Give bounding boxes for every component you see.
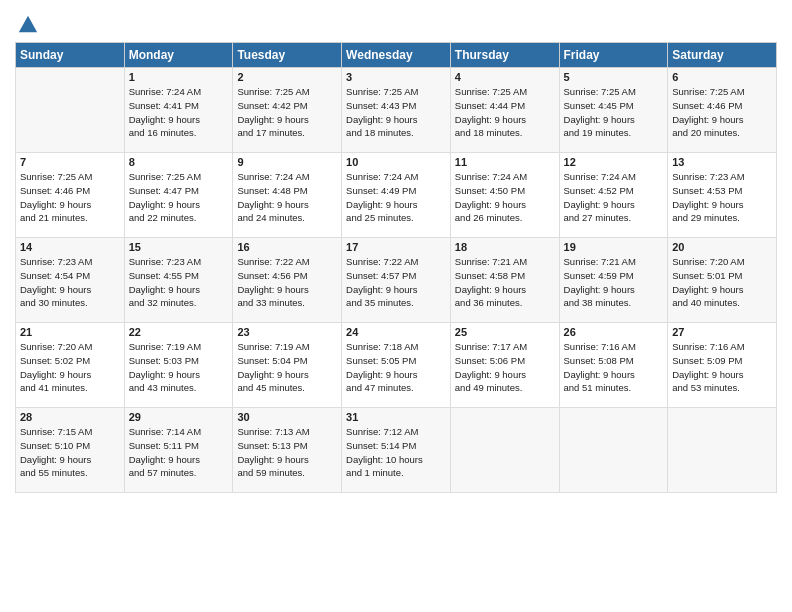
calendar-cell <box>559 408 668 493</box>
day-info: Sunrise: 7:16 AM Sunset: 5:09 PM Dayligh… <box>672 340 772 395</box>
day-number: 20 <box>672 241 772 253</box>
day-number: 8 <box>129 156 229 168</box>
day-number: 19 <box>564 241 664 253</box>
day-number: 1 <box>129 71 229 83</box>
week-row-4: 28Sunrise: 7:15 AM Sunset: 5:10 PM Dayli… <box>16 408 777 493</box>
page-container: SundayMondayTuesdayWednesdayThursdayFrid… <box>0 0 792 503</box>
calendar-cell: 10Sunrise: 7:24 AM Sunset: 4:49 PM Dayli… <box>342 153 451 238</box>
calendar-cell <box>668 408 777 493</box>
day-number: 16 <box>237 241 337 253</box>
day-number: 12 <box>564 156 664 168</box>
day-info: Sunrise: 7:21 AM Sunset: 4:58 PM Dayligh… <box>455 255 555 310</box>
calendar-cell: 8Sunrise: 7:25 AM Sunset: 4:47 PM Daylig… <box>124 153 233 238</box>
day-number: 25 <box>455 326 555 338</box>
day-info: Sunrise: 7:25 AM Sunset: 4:46 PM Dayligh… <box>672 85 772 140</box>
calendar-cell: 30Sunrise: 7:13 AM Sunset: 5:13 PM Dayli… <box>233 408 342 493</box>
week-row-0: 1Sunrise: 7:24 AM Sunset: 4:41 PM Daylig… <box>16 68 777 153</box>
day-info: Sunrise: 7:20 AM Sunset: 5:02 PM Dayligh… <box>20 340 120 395</box>
day-info: Sunrise: 7:16 AM Sunset: 5:08 PM Dayligh… <box>564 340 664 395</box>
calendar-cell: 2Sunrise: 7:25 AM Sunset: 4:42 PM Daylig… <box>233 68 342 153</box>
day-number: 27 <box>672 326 772 338</box>
day-info: Sunrise: 7:25 AM Sunset: 4:42 PM Dayligh… <box>237 85 337 140</box>
calendar-cell: 5Sunrise: 7:25 AM Sunset: 4:45 PM Daylig… <box>559 68 668 153</box>
day-header-monday: Monday <box>124 43 233 68</box>
day-info: Sunrise: 7:24 AM Sunset: 4:50 PM Dayligh… <box>455 170 555 225</box>
calendar-cell: 23Sunrise: 7:19 AM Sunset: 5:04 PM Dayli… <box>233 323 342 408</box>
calendar-cell: 1Sunrise: 7:24 AM Sunset: 4:41 PM Daylig… <box>124 68 233 153</box>
calendar-cell: 27Sunrise: 7:16 AM Sunset: 5:09 PM Dayli… <box>668 323 777 408</box>
day-number: 3 <box>346 71 446 83</box>
calendar-cell: 24Sunrise: 7:18 AM Sunset: 5:05 PM Dayli… <box>342 323 451 408</box>
calendar-cell: 17Sunrise: 7:22 AM Sunset: 4:57 PM Dayli… <box>342 238 451 323</box>
calendar-cell: 18Sunrise: 7:21 AM Sunset: 4:58 PM Dayli… <box>450 238 559 323</box>
calendar-cell: 20Sunrise: 7:20 AM Sunset: 5:01 PM Dayli… <box>668 238 777 323</box>
day-number: 4 <box>455 71 555 83</box>
calendar-cell: 31Sunrise: 7:12 AM Sunset: 5:14 PM Dayli… <box>342 408 451 493</box>
day-number: 6 <box>672 71 772 83</box>
day-info: Sunrise: 7:13 AM Sunset: 5:13 PM Dayligh… <box>237 425 337 480</box>
week-row-1: 7Sunrise: 7:25 AM Sunset: 4:46 PM Daylig… <box>16 153 777 238</box>
day-number: 13 <box>672 156 772 168</box>
calendar-cell: 19Sunrise: 7:21 AM Sunset: 4:59 PM Dayli… <box>559 238 668 323</box>
day-number: 26 <box>564 326 664 338</box>
day-header-wednesday: Wednesday <box>342 43 451 68</box>
day-number: 7 <box>20 156 120 168</box>
day-number: 10 <box>346 156 446 168</box>
calendar-cell: 11Sunrise: 7:24 AM Sunset: 4:50 PM Dayli… <box>450 153 559 238</box>
calendar-cell: 21Sunrise: 7:20 AM Sunset: 5:02 PM Dayli… <box>16 323 125 408</box>
calendar-cell: 28Sunrise: 7:15 AM Sunset: 5:10 PM Dayli… <box>16 408 125 493</box>
day-info: Sunrise: 7:23 AM Sunset: 4:53 PM Dayligh… <box>672 170 772 225</box>
logo-icon <box>17 14 39 36</box>
calendar-cell: 25Sunrise: 7:17 AM Sunset: 5:06 PM Dayli… <box>450 323 559 408</box>
day-number: 14 <box>20 241 120 253</box>
day-info: Sunrise: 7:19 AM Sunset: 5:03 PM Dayligh… <box>129 340 229 395</box>
day-header-friday: Friday <box>559 43 668 68</box>
calendar-cell: 3Sunrise: 7:25 AM Sunset: 4:43 PM Daylig… <box>342 68 451 153</box>
week-row-3: 21Sunrise: 7:20 AM Sunset: 5:02 PM Dayli… <box>16 323 777 408</box>
calendar-cell: 15Sunrise: 7:23 AM Sunset: 4:55 PM Dayli… <box>124 238 233 323</box>
day-info: Sunrise: 7:25 AM Sunset: 4:43 PM Dayligh… <box>346 85 446 140</box>
calendar-cell: 14Sunrise: 7:23 AM Sunset: 4:54 PM Dayli… <box>16 238 125 323</box>
day-number: 17 <box>346 241 446 253</box>
day-info: Sunrise: 7:17 AM Sunset: 5:06 PM Dayligh… <box>455 340 555 395</box>
day-info: Sunrise: 7:25 AM Sunset: 4:44 PM Dayligh… <box>455 85 555 140</box>
day-info: Sunrise: 7:23 AM Sunset: 4:55 PM Dayligh… <box>129 255 229 310</box>
day-number: 2 <box>237 71 337 83</box>
day-info: Sunrise: 7:24 AM Sunset: 4:49 PM Dayligh… <box>346 170 446 225</box>
day-info: Sunrise: 7:22 AM Sunset: 4:56 PM Dayligh… <box>237 255 337 310</box>
calendar-cell: 9Sunrise: 7:24 AM Sunset: 4:48 PM Daylig… <box>233 153 342 238</box>
header <box>15 10 777 34</box>
calendar-cell: 16Sunrise: 7:22 AM Sunset: 4:56 PM Dayli… <box>233 238 342 323</box>
day-number: 30 <box>237 411 337 423</box>
day-info: Sunrise: 7:19 AM Sunset: 5:04 PM Dayligh… <box>237 340 337 395</box>
header-row: SundayMondayTuesdayWednesdayThursdayFrid… <box>16 43 777 68</box>
day-header-sunday: Sunday <box>16 43 125 68</box>
week-row-2: 14Sunrise: 7:23 AM Sunset: 4:54 PM Dayli… <box>16 238 777 323</box>
day-info: Sunrise: 7:18 AM Sunset: 5:05 PM Dayligh… <box>346 340 446 395</box>
day-number: 15 <box>129 241 229 253</box>
day-number: 23 <box>237 326 337 338</box>
calendar-cell: 4Sunrise: 7:25 AM Sunset: 4:44 PM Daylig… <box>450 68 559 153</box>
day-number: 29 <box>129 411 229 423</box>
day-number: 18 <box>455 241 555 253</box>
day-number: 28 <box>20 411 120 423</box>
day-info: Sunrise: 7:24 AM Sunset: 4:41 PM Dayligh… <box>129 85 229 140</box>
day-header-tuesday: Tuesday <box>233 43 342 68</box>
day-info: Sunrise: 7:21 AM Sunset: 4:59 PM Dayligh… <box>564 255 664 310</box>
day-number: 31 <box>346 411 446 423</box>
calendar-cell: 13Sunrise: 7:23 AM Sunset: 4:53 PM Dayli… <box>668 153 777 238</box>
calendar-cell <box>450 408 559 493</box>
calendar-cell: 29Sunrise: 7:14 AM Sunset: 5:11 PM Dayli… <box>124 408 233 493</box>
day-info: Sunrise: 7:14 AM Sunset: 5:11 PM Dayligh… <box>129 425 229 480</box>
calendar-table: SundayMondayTuesdayWednesdayThursdayFrid… <box>15 42 777 493</box>
day-number: 9 <box>237 156 337 168</box>
day-info: Sunrise: 7:23 AM Sunset: 4:54 PM Dayligh… <box>20 255 120 310</box>
calendar-cell: 22Sunrise: 7:19 AM Sunset: 5:03 PM Dayli… <box>124 323 233 408</box>
day-header-saturday: Saturday <box>668 43 777 68</box>
calendar-cell <box>16 68 125 153</box>
calendar-cell: 26Sunrise: 7:16 AM Sunset: 5:08 PM Dayli… <box>559 323 668 408</box>
day-info: Sunrise: 7:24 AM Sunset: 4:48 PM Dayligh… <box>237 170 337 225</box>
day-info: Sunrise: 7:12 AM Sunset: 5:14 PM Dayligh… <box>346 425 446 480</box>
day-info: Sunrise: 7:20 AM Sunset: 5:01 PM Dayligh… <box>672 255 772 310</box>
day-header-thursday: Thursday <box>450 43 559 68</box>
